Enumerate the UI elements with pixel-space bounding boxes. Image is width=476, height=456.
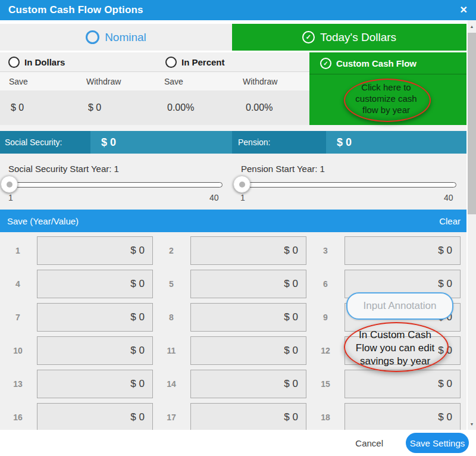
pension-label: Pension: <box>238 138 270 147</box>
year-value-input[interactable] <box>37 270 153 298</box>
year-value-input[interactable] <box>37 370 153 398</box>
radio-in-dollars[interactable]: In Dollars <box>8 52 65 71</box>
year-value-input[interactable] <box>37 303 153 332</box>
tab-todays-dollars-label: Today's Dollars <box>320 31 396 44</box>
year-value-input[interactable] <box>190 303 306 332</box>
year-value-input[interactable] <box>345 403 461 430</box>
year-value-cell: 4 <box>6 270 153 298</box>
annotation-line: Click here to <box>327 82 446 93</box>
pension-label-segment: Pension: <box>232 131 326 154</box>
year-number: 2 <box>159 246 183 255</box>
tab-todays-dollars[interactable]: ✓ Today's Dollars <box>232 24 466 51</box>
scroll-down-icon[interactable]: ▼ <box>468 419 476 429</box>
pension-start-year-label: Pension Start Year: 1 <box>241 164 325 174</box>
year-value-cell: 7 <box>6 304 153 331</box>
close-icon[interactable]: ✕ <box>460 5 468 15</box>
year-value-input[interactable] <box>190 403 306 430</box>
year-value-cell: 14 <box>159 370 306 398</box>
social-security-slider-track[interactable] <box>8 182 223 188</box>
year-number: 1 <box>6 246 30 255</box>
slider-min: 1 <box>8 193 13 202</box>
year-number: 11 <box>159 346 183 355</box>
year-value-input[interactable] <box>190 236 306 265</box>
in-dollars-label: In Dollars <box>24 57 65 67</box>
radio-unselected-icon <box>86 30 99 44</box>
year-value-cell: 15 <box>314 370 461 398</box>
tab-nominal[interactable]: Nominal <box>0 24 232 51</box>
custom-cash-flow-tab[interactable]: ✓ Custom Cash Flow <box>320 58 416 69</box>
thumb-dot <box>7 182 12 188</box>
input-annotation-button[interactable]: Input Annotation <box>346 292 453 320</box>
save-dollars-value: $ 0 <box>11 102 24 113</box>
green-annotation-text: Click here to customize cash flow by yea… <box>327 82 446 115</box>
year-value-input[interactable] <box>190 370 306 398</box>
year-value-cell: 1 <box>6 237 153 264</box>
social-security-value: $ 0 <box>101 136 116 149</box>
year-value-cell: 8 <box>159 304 306 331</box>
year-value-cell: 18 <box>314 404 461 430</box>
year-number: 4 <box>6 279 30 289</box>
pension-value-segment[interactable]: $ 0 <box>326 131 466 154</box>
year-value-cell: 11 <box>159 337 306 364</box>
thumb-dot <box>239 182 245 188</box>
radio-icon <box>165 57 177 68</box>
vertical-scrollbar[interactable]: ▲ ▼ <box>468 20 476 430</box>
social-security-slider-thumb[interactable] <box>1 176 18 193</box>
year-number: 18 <box>314 413 337 422</box>
year-number: 13 <box>6 379 30 389</box>
col-save-dollars: Save <box>9 77 28 86</box>
pension-slider-thumb[interactable] <box>233 176 250 193</box>
year-value-input[interactable] <box>37 236 153 265</box>
year-value-cell: 16 <box>6 404 153 430</box>
year-number: 7 <box>6 313 30 322</box>
year-value-input[interactable] <box>37 336 153 365</box>
year-value-input[interactable] <box>345 370 461 398</box>
custom-cash-flow-dialog: Custom Cash Flow Options ✕ Nominal ✓ Tod… <box>0 0 476 456</box>
year-number: 5 <box>159 279 183 289</box>
annotation-line: In Custom Cash <box>336 329 455 342</box>
year-value-input[interactable] <box>190 270 306 298</box>
year-number: 6 <box>314 279 337 289</box>
withdraw-dollars-value: $ 0 <box>88 102 101 113</box>
dialog-footer: Cancel Save Settings <box>0 430 476 456</box>
radio-in-percent[interactable]: In Percent <box>165 52 225 71</box>
radio-icon <box>8 57 20 68</box>
scrollbar-thumb[interactable] <box>468 33 476 214</box>
social-security-start-year-label: Social Security Start Year: 1 <box>8 164 119 174</box>
col-withdraw-dollars: Withdraw <box>86 77 121 86</box>
year-number: 8 <box>159 313 183 322</box>
annotation-line: savings by year <box>336 355 455 368</box>
save-settings-button[interactable]: Save Settings <box>406 433 469 453</box>
slider-max: 40 <box>209 193 219 202</box>
dialog-titlebar: Custom Cash Flow Options ✕ <box>0 0 476 20</box>
annotation-line: customize cash <box>327 93 446 104</box>
year-value-cell: 5 <box>159 270 306 298</box>
panel-divider <box>309 74 466 74</box>
year-value-cell: 17 <box>159 404 306 430</box>
year-number: 15 <box>314 379 337 389</box>
year-value-cell: 2 <box>159 237 306 264</box>
divider-strip <box>0 125 466 131</box>
pension-slider-track[interactable] <box>241 182 456 188</box>
clear-button[interactable]: Clear <box>439 216 461 226</box>
slider-min: 1 <box>240 193 245 202</box>
save-percent-value: 0.00% <box>167 102 194 113</box>
scroll-up-icon[interactable]: ▲ <box>468 21 476 31</box>
year-value-input[interactable] <box>345 236 461 265</box>
cancel-button[interactable]: Cancel <box>355 438 383 448</box>
year-number: 16 <box>6 413 30 422</box>
col-save-percent: Save <box>164 77 183 86</box>
annotation-line: flow by year <box>327 104 446 115</box>
social-security-label-segment: Social Security: <box>0 131 90 154</box>
year-number: 14 <box>159 379 183 389</box>
year-value-input[interactable] <box>190 336 306 365</box>
year-value-cell: 3 <box>314 237 461 264</box>
custom-cash-flow-panel[interactable]: ✓ Custom Cash Flow Click here to customi… <box>309 52 466 125</box>
year-value-input[interactable] <box>37 403 153 430</box>
social-security-value-segment[interactable]: $ 0 <box>90 131 232 154</box>
year-value-cell: 13 <box>6 370 153 398</box>
year-value-cell: 10 <box>6 337 153 364</box>
dialog-title: Custom Cash Flow Options <box>8 4 143 16</box>
check-circle-icon: ✓ <box>302 31 315 43</box>
check-circle-icon: ✓ <box>320 58 331 69</box>
